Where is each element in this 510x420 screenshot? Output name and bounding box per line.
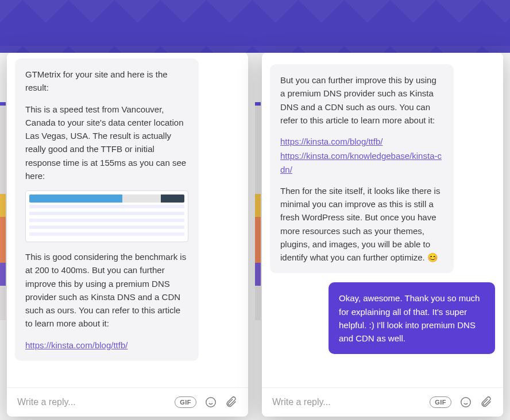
svg-point-4 <box>464 401 465 402</box>
message-list[interactable]: GTMetrix for your site and here is the r… <box>7 53 248 387</box>
annotation-arrow-icon <box>130 217 153 219</box>
gtmetrix-screenshot[interactable] <box>25 190 188 242</box>
link-cdn-article[interactable]: https://kinsta.com/knowledgebase/kinsta-… <box>280 151 442 174</box>
chat-widget-right: But you can further improve this by usin… <box>262 53 503 417</box>
gif-button[interactable]: GIF <box>175 396 196 408</box>
user-text: Okay, awesome. Thank you so much for exp… <box>339 293 480 343</box>
gif-button[interactable]: GIF <box>430 396 451 408</box>
svg-point-0 <box>206 398 216 407</box>
page-background: GTMetrix for your site and here is the r… <box>0 0 510 420</box>
chat-widget-left: GTMetrix for your site and here is the r… <box>7 53 248 417</box>
background-peek-left <box>0 102 6 320</box>
composer: GIF <box>7 387 248 417</box>
agent-text: But you can further improve this by usin… <box>280 73 443 127</box>
reply-input[interactable] <box>17 397 167 407</box>
reply-input[interactable] <box>272 397 422 407</box>
background-peek-right <box>255 102 261 320</box>
svg-point-5 <box>467 401 468 402</box>
agent-text: Then for the site itself, it looks like … <box>280 184 443 265</box>
link-ttfb-article[interactable]: https://kinsta.com/blog/ttfb/ <box>280 137 382 146</box>
agent-text: GTMetrix for your site and here is the r… <box>25 68 188 95</box>
attachment-icon[interactable] <box>480 396 493 409</box>
emoji-icon[interactable] <box>204 396 217 409</box>
agent-message: But you can further improve this by usin… <box>270 64 454 273</box>
link-ttfb-article[interactable]: https://kinsta.com/blog/ttfb/ <box>25 340 128 350</box>
composer: GIF <box>262 387 503 417</box>
message-list[interactable]: But you can further improve this by usin… <box>262 53 503 387</box>
agent-text: This is a speed test from Vancouver, Can… <box>25 103 188 183</box>
agent-text: This is good considering the benchmark i… <box>25 250 188 330</box>
attachment-icon[interactable] <box>225 396 238 409</box>
emoji-icon[interactable] <box>459 396 472 409</box>
agent-message: GTMetrix for your site and here is the r… <box>15 59 199 361</box>
svg-point-1 <box>209 401 210 402</box>
user-message: Okay, awesome. Thank you so much for exp… <box>329 282 495 354</box>
svg-point-2 <box>212 401 212 402</box>
svg-point-3 <box>461 398 471 407</box>
